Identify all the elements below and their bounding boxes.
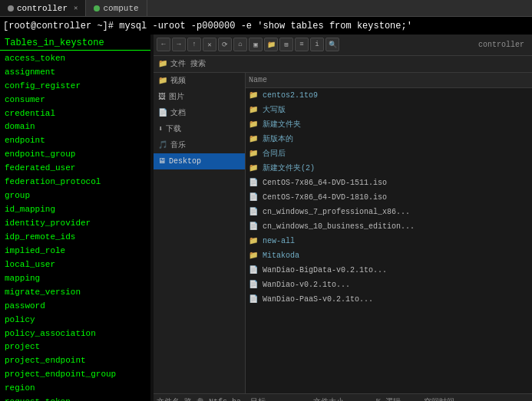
file-icon: 📄	[249, 206, 258, 218]
fm-forward-btn[interactable]: →	[172, 38, 186, 51]
fm-file-name: WanDiao-PaaS-v0.2.1to...	[263, 294, 373, 305]
tab-bar: controller ✕ compute	[0, 0, 532, 17]
fm-file-name: cn_windows_10_business_edition...	[263, 221, 415, 232]
table-item: local_user	[0, 258, 154, 272]
table-item: group	[0, 189, 154, 203]
fm-status-logic-label: % 逻辑	[376, 396, 422, 401]
table-item: idp_remote_ids	[0, 231, 154, 245]
fm-column-header: Name	[246, 73, 532, 88]
fm-file-list: Name 📁centos2.1to9📁大写版📁新建文件夹📁新版本的📁合同后📁新建…	[246, 73, 532, 393]
fm-file-item[interactable]: 📁Mitakoda	[246, 248, 532, 263]
fm-sidebar-list: 📁视频🖼图片📄文档⬇下载🎵音乐🖥Desktop	[154, 73, 245, 169]
fm-file-item[interactable]: 📄WanDiao-BigData-v0.2.1to...	[246, 263, 532, 278]
fm-sidebar-icon: 🖥	[158, 156, 166, 167]
table-item: id_mapping	[0, 203, 154, 217]
fm-sidebar-item[interactable]: 🎵音乐	[154, 137, 245, 153]
fm-sidebar-icon: 🖼	[158, 91, 166, 103]
tab-dot-controller	[8, 5, 14, 12]
fm-file-item[interactable]: 📄cn_windows_10_business_edition...	[246, 219, 532, 234]
table-item: assignment	[0, 66, 154, 80]
fm-grid-btn[interactable]: ⊞	[279, 38, 293, 51]
table-item: region	[0, 382, 154, 396]
tab-dot-compute	[94, 5, 100, 12]
fm-desktop-btn[interactable]: ▣	[249, 38, 263, 51]
fm-right-label: controller	[474, 41, 529, 49]
folder-icon: 📁	[249, 90, 258, 101]
fm-sidebar-label: 图片	[169, 91, 184, 103]
fm-file-name: 新建文件夹	[263, 119, 301, 130]
fm-address-text: 文件 搜索	[170, 58, 206, 69]
table-list: access_tokenassignmentconfig_registercon…	[0, 52, 154, 401]
fm-list-btn[interactable]: ≡	[295, 38, 309, 51]
fm-file-item[interactable]: 📄WanDiao-PaaS-v0.2.1to...	[246, 292, 532, 307]
fm-files-container: 📁centos2.1to9📁大写版📁新建文件夹📁新版本的📁合同后📁新建文件夹(2…	[246, 88, 532, 307]
fm-status-target-label: 目标	[250, 396, 312, 401]
fm-file-name: WanDiao-v0.2.1to...	[263, 279, 350, 291]
fm-info-btn[interactable]: i	[310, 38, 324, 51]
file-icon: 📄	[249, 294, 258, 305]
folder-icon: 📁	[249, 133, 258, 145]
cmd-text: mysql -uroot -p000000 -e 'show tables fr…	[119, 21, 412, 31]
fm-sidebar-label: 音乐	[170, 140, 186, 151]
fm-file-item[interactable]: 📄cn_windows_7_professional_x86...	[246, 205, 532, 219]
fm-file-item[interactable]: 📄CentOS-7x86_64-DVD-1511.iso	[246, 176, 532, 190]
fm-up-btn[interactable]: ↑	[187, 38, 201, 51]
fm-file-name: CentOS-7x86_64-DVD-1511.iso	[263, 177, 387, 189]
folder-icon: 📁	[249, 250, 258, 261]
fm-address-bar[interactable]: 📁 文件 搜索	[154, 56, 532, 73]
table-item: implied_role	[0, 245, 154, 258]
fm-sidebar-item[interactable]: 🖼图片	[154, 89, 245, 105]
file-icon: 📄	[249, 265, 258, 276]
fm-file-name: 新版本的	[263, 133, 293, 145]
fm-sidebar-label: 文档	[170, 107, 186, 119]
fm-file-name: 合同后	[263, 148, 286, 159]
table-item: config_register	[0, 80, 154, 94]
fm-refresh-btn[interactable]: ⟳	[218, 38, 232, 51]
fm-close-btn[interactable]: ✕	[203, 38, 216, 51]
fm-file-name: WanDiao-BigData-v0.2.1to...	[263, 265, 387, 276]
terminal-area: [root@controller ~]# mysql -uroot -p0000…	[0, 17, 532, 401]
table-item: password	[0, 300, 154, 314]
tab-close-controller[interactable]: ✕	[74, 4, 78, 12]
file-icon: 📄	[249, 279, 258, 291]
file-icon: 📄	[249, 177, 258, 189]
file-icon: 📄	[249, 192, 258, 203]
fm-body: 📁视频🖼图片📄文档⬇下载🎵音乐🖥Desktop Name 📁centos2.1t…	[154, 73, 532, 393]
fm-sidebar-item[interactable]: 📁视频	[154, 73, 245, 89]
table-item: federated_user	[0, 162, 154, 176]
fm-file-item[interactable]: 📄WanDiao-v0.2.1to...	[246, 278, 532, 292]
fm-file-item[interactable]: 📁centos2.1to9	[246, 88, 532, 103]
fm-file-item[interactable]: 📁新版本的	[246, 132, 532, 146]
fm-file-item[interactable]: 📁新建文件夹(2)	[246, 161, 532, 176]
fm-home-btn[interactable]: ⌂	[233, 38, 247, 51]
fm-sidebar-item[interactable]: 🖥Desktop	[154, 153, 245, 169]
table-item: endpoint	[0, 134, 154, 148]
terminal-panel: Tables_in_keystone access_tokenassignmen…	[0, 35, 154, 401]
fm-sidebar-icon: ⬇	[158, 123, 163, 135]
fm-sidebar-label: 视频	[170, 75, 186, 87]
fm-file-item[interactable]: 📄CentOS-7x86_64-DVD-1810.iso	[246, 190, 532, 205]
fm-file-name: cn_windows_7_professional_x86...	[263, 206, 410, 218]
fm-file-item[interactable]: 📁new-all	[246, 234, 532, 248]
table-item: project_endpoint	[0, 354, 154, 368]
fm-file-item[interactable]: 📁大写版	[246, 103, 532, 117]
fm-col-name: Name	[249, 76, 267, 84]
fm-back-btn[interactable]: ←	[157, 38, 170, 51]
fm-sidebar-label: Desktop	[169, 156, 201, 167]
fm-folder-btn[interactable]: 📁	[264, 38, 278, 51]
cmd-prompt: [root@controller ~]#	[3, 21, 119, 31]
fm-sidebar-item[interactable]: ⬇下载	[154, 121, 245, 137]
tab-controller[interactable]: controller ✕	[0, 0, 86, 16]
table-header: Tables_in_keystone	[0, 36, 154, 51]
table-item: mapping	[0, 272, 154, 286]
fm-file-item[interactable]: 📁合同后	[246, 146, 532, 161]
fm-file-name: 新建文件夹(2)	[263, 163, 315, 174]
table-item: access_token	[0, 52, 154, 66]
fm-status-time-label: 空间时间	[424, 396, 485, 401]
fm-status-filename-label: 文件名 路 盘 Ntfs.ba	[157, 396, 249, 401]
fm-file-name: new-all	[263, 235, 295, 247]
fm-search-btn[interactable]: 🔍	[325, 38, 339, 51]
tab-compute[interactable]: compute	[86, 0, 147, 16]
fm-file-item[interactable]: 📁新建文件夹	[246, 117, 532, 132]
fm-sidebar-item[interactable]: 📄文档	[154, 105, 245, 121]
